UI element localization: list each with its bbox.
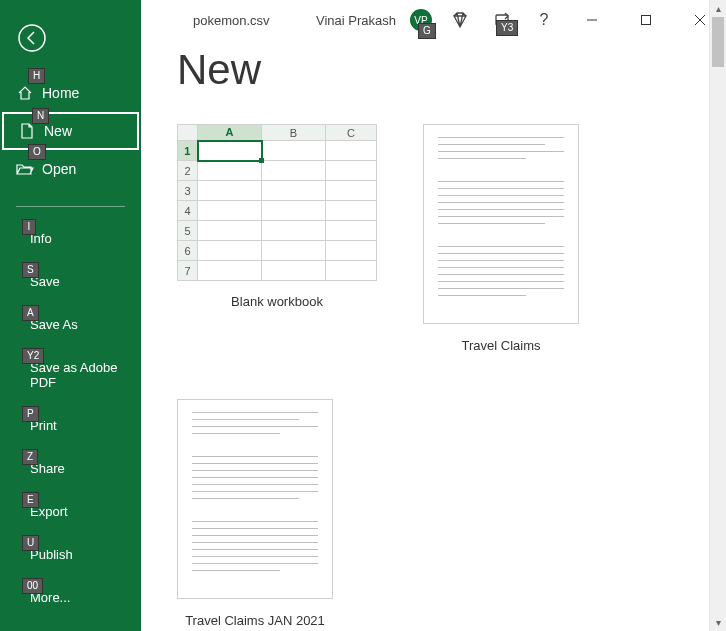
keytip: S: [22, 262, 39, 278]
help-icon[interactable]: ?: [530, 6, 558, 34]
keytip: E: [22, 492, 39, 508]
minimize-icon: [586, 14, 598, 26]
blank-workbook-thumb: ABC1234567: [177, 124, 377, 280]
keytip: O: [28, 144, 46, 160]
sidebar-item-export[interactable]: E Export: [0, 490, 141, 533]
close-icon: [694, 14, 706, 26]
window-maximize-button[interactable]: [626, 6, 666, 34]
share-tray-icon[interactable]: Y3: [488, 6, 516, 34]
svg-rect-3: [642, 16, 651, 25]
document-thumb: [423, 124, 579, 324]
keytip: G: [418, 23, 436, 39]
home-icon: [16, 84, 34, 102]
sidebar-item-publish[interactable]: U Publish: [0, 533, 141, 576]
sidebar-item-label: Home: [42, 85, 79, 101]
sidebar-item-adobepdf[interactable]: Y2 Save as Adobe PDF: [0, 346, 141, 404]
back-button[interactable]: [14, 20, 50, 56]
keytip: Z: [22, 449, 38, 465]
maximize-icon: [640, 14, 652, 26]
sidebar-item-home[interactable]: H Home: [0, 74, 141, 112]
sidebar-item-label: New: [44, 123, 72, 139]
sidebar-item-saveas[interactable]: A Save As: [0, 303, 141, 346]
open-folder-icon: [16, 160, 34, 178]
template-gallery: ABC1234567 Blank workbook: [177, 124, 690, 628]
page-heading: New: [177, 46, 690, 94]
keytip: I: [22, 219, 36, 235]
template-caption: Travel Claims JAN 2021: [185, 613, 325, 628]
template-caption: Blank workbook: [231, 294, 323, 309]
sidebar-item-save[interactable]: S Save: [0, 260, 141, 303]
sidebar-item-more[interactable]: 00 More...: [0, 576, 141, 619]
sidebar-item-print[interactable]: P Print: [0, 404, 141, 447]
diamond-icon[interactable]: [446, 6, 474, 34]
template-travel-claims-jan-2021[interactable]: Travel Claims JAN 2021: [177, 399, 333, 628]
svg-point-0: [19, 25, 45, 51]
sidebar-item-open[interactable]: O Open: [0, 150, 141, 188]
template-travel-claims[interactable]: Travel Claims: [423, 124, 579, 353]
document-thumb: [177, 399, 333, 599]
keytip: Y2: [22, 348, 44, 364]
template-caption: Travel Claims: [462, 338, 541, 353]
template-blank-workbook[interactable]: ABC1234567 Blank workbook: [177, 124, 377, 353]
sidebar-item-share[interactable]: Z Share: [0, 447, 141, 490]
scroll-thumb[interactable]: [712, 17, 724, 67]
keytip: P: [22, 406, 39, 422]
keytip: A: [22, 305, 39, 321]
backstage-sidebar: H Home N New O Open: [0, 0, 141, 631]
vertical-scrollbar[interactable]: ▴ ▾: [709, 0, 726, 631]
keytip: H: [28, 68, 45, 84]
scroll-up-icon[interactable]: ▴: [710, 0, 726, 17]
sidebar-item-new[interactable]: N New: [2, 112, 139, 150]
sidebar-separator: [16, 206, 125, 207]
filename-label: pokemon.csv: [193, 13, 270, 28]
keytip: 00: [22, 578, 43, 594]
titlebar: pokemon.csv Vinai Prakash VP G Y3 ?: [141, 0, 726, 40]
sidebar-item-label: Open: [42, 161, 76, 177]
keytip: N: [32, 108, 49, 124]
keytip: Y3: [496, 20, 518, 36]
back-arrow-icon: [17, 23, 47, 53]
sidebar-item-info[interactable]: I Info: [0, 217, 141, 260]
keytip: U: [22, 535, 39, 551]
main-pane: pokemon.csv Vinai Prakash VP G Y3 ?: [141, 0, 726, 631]
sidebar-item-label: Save as Adobe PDF: [30, 360, 131, 390]
new-file-icon: [18, 122, 36, 140]
scroll-down-icon[interactable]: ▾: [710, 614, 726, 631]
window-minimize-button[interactable]: [572, 6, 612, 34]
username-label: Vinai Prakash: [316, 13, 396, 28]
